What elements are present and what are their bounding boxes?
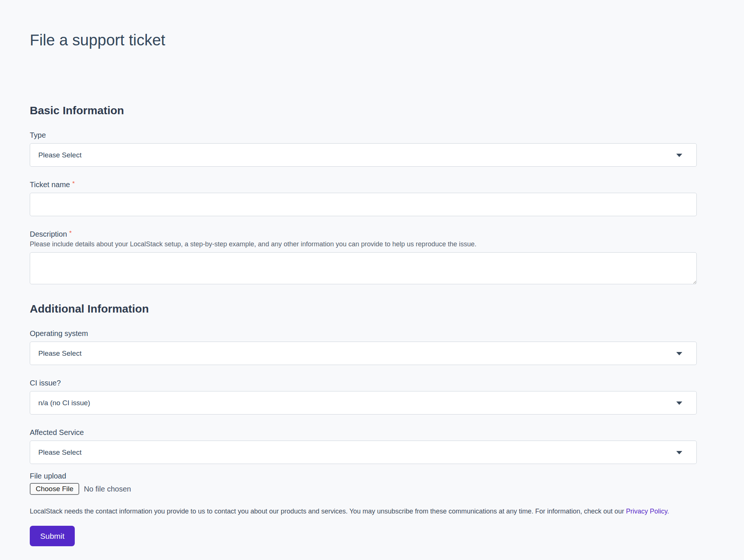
type-select-value: Please Select xyxy=(38,151,81,159)
required-asterisk: * xyxy=(69,230,72,237)
choose-file-button[interactable]: Choose File xyxy=(30,483,79,495)
ticket-name-input[interactable] xyxy=(30,193,697,216)
description-label: Description* xyxy=(30,229,714,239)
field-description: Description* Please include details abou… xyxy=(30,229,714,286)
file-upload-input[interactable]: Choose File No file chosen xyxy=(30,483,714,495)
operating-system-select-value: Please Select xyxy=(38,349,81,358)
type-label: Type xyxy=(30,130,714,140)
field-type: Type Please Select xyxy=(30,130,714,167)
description-helper-text: Please include details about your LocalS… xyxy=(30,239,714,249)
operating-system-label: Operating system xyxy=(30,328,714,339)
page-title: File a support ticket xyxy=(30,31,714,49)
field-operating-system: Operating system Please Select xyxy=(30,328,714,365)
affected-service-select-value: Please Select xyxy=(38,448,81,457)
operating-system-select[interactable]: Please Select xyxy=(30,342,697,365)
support-ticket-page: File a support ticket Basic Information … xyxy=(0,0,744,560)
chevron-down-icon xyxy=(676,352,682,355)
field-ticket-name: Ticket name* xyxy=(30,179,714,216)
submit-button[interactable]: Submit xyxy=(30,526,75,546)
ci-issue-label: CI issue? xyxy=(30,378,714,388)
file-status-text: No file chosen xyxy=(84,485,131,493)
privacy-notice: LocalStack needs the contact information… xyxy=(30,506,697,516)
affected-service-label: Affected Service xyxy=(30,427,714,438)
ci-issue-select[interactable]: n/a (no CI issue) xyxy=(30,391,697,415)
chevron-down-icon xyxy=(676,154,682,157)
ticket-name-label: Ticket name* xyxy=(30,179,714,190)
field-ci-issue: CI issue? n/a (no CI issue) xyxy=(30,378,714,415)
section-heading-additional: Additional Information xyxy=(30,302,714,316)
ci-issue-select-value: n/a (no CI issue) xyxy=(38,399,90,407)
field-affected-service: Affected Service Please Select xyxy=(30,427,714,464)
privacy-text: LocalStack needs the contact information… xyxy=(30,508,626,515)
chevron-down-icon xyxy=(676,401,682,405)
field-file-upload: File upload Choose File No file chosen xyxy=(30,471,714,495)
type-select[interactable]: Please Select xyxy=(30,143,697,167)
affected-service-select[interactable]: Please Select xyxy=(30,441,697,464)
file-upload-label: File upload xyxy=(30,471,714,481)
chevron-down-icon xyxy=(676,451,682,454)
privacy-policy-link[interactable]: Privacy Policy. xyxy=(626,508,669,515)
required-asterisk: * xyxy=(72,180,75,187)
section-heading-basic: Basic Information xyxy=(30,104,714,117)
description-textarea[interactable] xyxy=(30,252,697,284)
